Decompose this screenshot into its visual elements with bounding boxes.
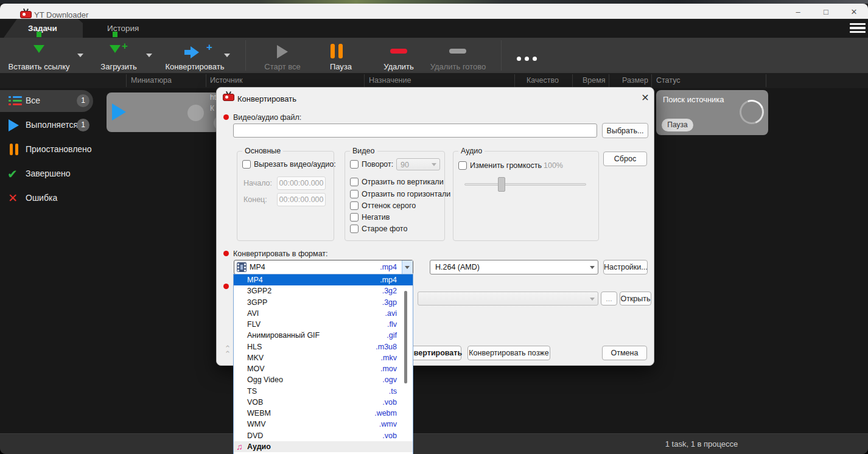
format-option[interactable]: ♫ HLS .m3u8 bbox=[234, 341, 413, 352]
pause-all-button[interactable]: Пауза bbox=[317, 40, 365, 72]
convert-icon: + bbox=[184, 46, 203, 58]
tab-tasks-label[interactable]: Задачи bbox=[28, 24, 57, 33]
format-option[interactable]: ♫ MKV .mkv bbox=[234, 352, 413, 363]
format-option[interactable]: ♫ VOB .vob bbox=[234, 397, 413, 408]
start-all-label: Старт все bbox=[254, 62, 310, 71]
old-photo-label: Старое фото bbox=[362, 225, 407, 233]
completed-check-icon: ✔ bbox=[7, 167, 18, 181]
reset-button[interactable]: Сброс bbox=[603, 152, 647, 166]
app-title: YT Downloader bbox=[34, 10, 88, 19]
negative-label: Негатив bbox=[362, 213, 390, 222]
sidebar-item-error[interactable]: ✕ Ошибка bbox=[0, 187, 101, 209]
format-option[interactable]: ♫ MOV .mov bbox=[234, 363, 413, 374]
choose-file-button[interactable]: Выбрать... bbox=[602, 123, 648, 138]
file-path-input[interactable] bbox=[233, 124, 597, 138]
format-option[interactable]: ♫ 3GPP .3gp bbox=[234, 297, 413, 308]
col-status[interactable]: Статус bbox=[656, 76, 681, 85]
tab-bar: Задачи История bbox=[0, 19, 868, 38]
start-time-input: 00:00:00.000 bbox=[277, 176, 326, 190]
sidebar-item-running[interactable]: Выполняется 1 bbox=[0, 114, 101, 136]
codec-combobox[interactable]: H.264 (AMD) bbox=[430, 260, 598, 274]
start-label: Начало: bbox=[243, 179, 272, 187]
task-thumbnail[interactable] bbox=[107, 93, 220, 132]
format-option[interactable]: ♫ AVI .avi bbox=[234, 308, 413, 319]
format-option[interactable]: ♫ WEBM .webm bbox=[234, 408, 413, 419]
end-label: Конец: bbox=[243, 195, 267, 204]
volume-value: 100% bbox=[544, 161, 563, 170]
menu-icon[interactable] bbox=[850, 23, 866, 34]
format-option[interactable]: ♫ FLV .flv bbox=[234, 319, 413, 330]
minimize-button[interactable]: – bbox=[788, 7, 808, 18]
delete-button[interactable]: Удалить bbox=[374, 40, 423, 72]
download-button[interactable]: + Загрузить bbox=[91, 40, 146, 72]
flip-vertical-checkbox[interactable] bbox=[350, 178, 359, 186]
format-option[interactable]: ♫ DVD .vob bbox=[234, 430, 413, 441]
format-option[interactable]: ♫ WMV .wmv bbox=[234, 419, 413, 430]
col-size[interactable]: Размер bbox=[622, 76, 648, 85]
task-pause-button[interactable]: Пауза bbox=[662, 119, 693, 131]
paste-link-button[interactable]: Вставить ссылку bbox=[5, 40, 73, 72]
more-actions-icon[interactable] bbox=[515, 52, 539, 63]
delete-icon bbox=[390, 49, 407, 54]
col-destination[interactable]: Назначение bbox=[369, 76, 411, 85]
flip-horizontal-checkbox[interactable] bbox=[350, 190, 359, 198]
maximize-button[interactable]: □ bbox=[816, 7, 836, 18]
end-time-input: 00:00:00.000 bbox=[277, 193, 326, 206]
format-combo-arrow[interactable] bbox=[402, 260, 413, 274]
volume-slider-handle[interactable] bbox=[498, 177, 505, 192]
chevron-down-icon bbox=[432, 163, 436, 166]
music-note-icon: ♫ bbox=[236, 441, 243, 452]
volume-checkbox[interactable] bbox=[458, 161, 467, 170]
sidebar-item-all[interactable]: Все 1 bbox=[0, 90, 93, 112]
rotate-label: Поворот: bbox=[362, 160, 393, 169]
app-window: YT Downloader – □ ✕ Задачи История Встав… bbox=[0, 0, 868, 454]
convert-button[interactable]: + Конвертировать bbox=[161, 40, 228, 72]
sidebar-completed-label: Завершено bbox=[26, 169, 71, 178]
rotate-checkbox[interactable] bbox=[350, 160, 359, 169]
format-value: MP4 bbox=[250, 263, 265, 271]
convert-dropdown-icon[interactable] bbox=[224, 54, 230, 57]
title-bar: YT Downloader – □ ✕ bbox=[0, 4, 868, 19]
col-thumbnail[interactable]: Миниатюра bbox=[131, 76, 172, 85]
format-option[interactable]: ♫ TS .ts bbox=[234, 386, 413, 397]
negative-checkbox[interactable] bbox=[350, 213, 359, 222]
format-option[interactable]: ♫ Анимированный GIF .gif bbox=[234, 330, 413, 341]
collapse-chevrons-icon[interactable]: ⌃⌃ bbox=[222, 346, 234, 358]
format-option[interactable]: ♫ MP4 .mp4 bbox=[234, 274, 413, 285]
volume-slider-track[interactable] bbox=[464, 183, 586, 186]
col-quality[interactable]: Качество bbox=[527, 76, 559, 85]
cut-checkbox[interactable] bbox=[242, 160, 251, 169]
sidebar-item-paused[interactable]: Приостановлено bbox=[0, 139, 101, 161]
status-bar: 1 task, 1 в процессе bbox=[0, 433, 868, 454]
old-photo-checkbox[interactable] bbox=[350, 225, 359, 233]
dialog-close-icon[interactable]: ✕ bbox=[639, 91, 652, 105]
chevron-down-icon bbox=[405, 266, 410, 269]
format-combobox[interactable]: MP4 .mp4 bbox=[234, 260, 413, 274]
format-option[interactable]: ♫ Ogg Video .ogv bbox=[234, 374, 413, 385]
settings-button[interactable]: Настройки... bbox=[603, 260, 648, 274]
app-logo-icon bbox=[20, 9, 32, 18]
col-time[interactable]: Время bbox=[583, 76, 606, 85]
sidebar-all-label: Все bbox=[26, 96, 40, 105]
sidebar-item-completed[interactable]: ✔ Завершено bbox=[0, 163, 101, 185]
col-source[interactable]: Источник bbox=[210, 76, 242, 85]
paste-link-dropdown-icon[interactable] bbox=[77, 54, 83, 57]
required-dot-icon bbox=[223, 114, 229, 120]
grayscale-checkbox[interactable] bbox=[350, 201, 359, 210]
format-option[interactable]: ♫ Аудио bbox=[234, 441, 413, 452]
download-dropdown-icon[interactable] bbox=[146, 54, 152, 57]
cancel-button[interactable]: Отмена bbox=[602, 346, 647, 360]
format-option[interactable]: ♫ 3GPP2 .3g2 bbox=[234, 285, 413, 296]
tab-history[interactable]: История bbox=[107, 24, 139, 33]
thumbnail-spinner bbox=[187, 105, 204, 121]
sidebar-all-count: 1 bbox=[77, 94, 89, 107]
save-path-combobox bbox=[418, 292, 598, 306]
basic-group: Основные Вырезать видео/аудио: Начало: 0… bbox=[237, 151, 334, 241]
open-button[interactable]: Открыть bbox=[620, 292, 651, 306]
convert-later-button[interactable]: Конвертировать позже bbox=[467, 346, 550, 360]
close-button[interactable]: ✕ bbox=[844, 7, 864, 18]
delete-done-button: Удалить готово bbox=[426, 40, 490, 72]
browse-button[interactable]: ... bbox=[601, 292, 617, 306]
dropdown-scrollbar[interactable] bbox=[404, 291, 407, 383]
task-status-panel: Поиск источника Пауза bbox=[656, 90, 768, 135]
